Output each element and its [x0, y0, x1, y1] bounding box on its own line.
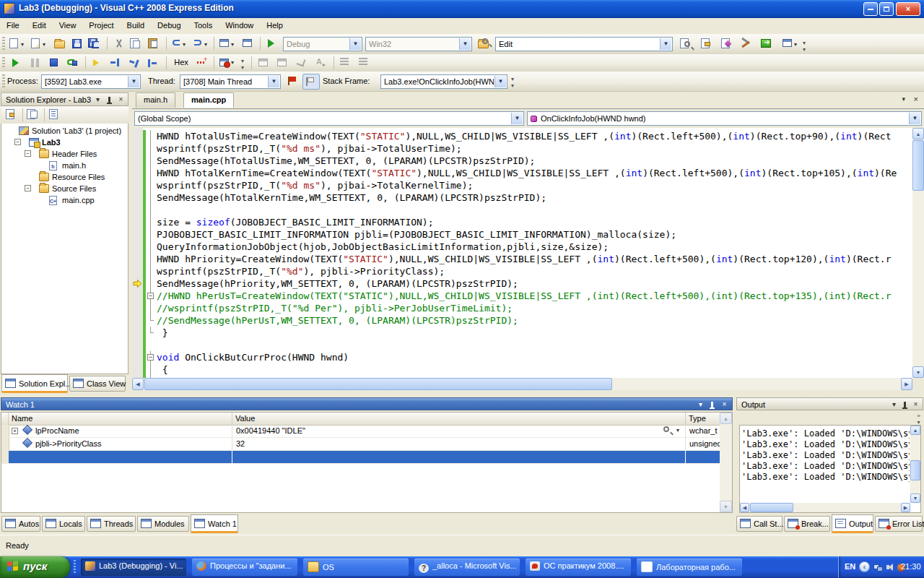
watch-value-cell[interactable]: 0x00419440 "IDLE"▾: [232, 425, 686, 437]
column-header-type[interactable]: Type: [686, 413, 720, 425]
clock[interactable]: 21:30: [901, 562, 921, 571]
object-browser-icon[interactable]: [719, 37, 735, 51]
tab-call-st-[interactable]: Call St...: [736, 516, 783, 532]
output-hscrollbar[interactable]: ◀ ▶: [740, 503, 910, 512]
fold-line[interactable]: [147, 339, 155, 351]
watch-value-cell[interactable]: [232, 451, 686, 463]
toolbar-overflow-icon[interactable]: »▾: [918, 413, 920, 426]
toolbar-grip[interactable]: [2, 37, 5, 51]
output-text[interactable]: 'Lab3.exe': Loaded 'D:\WINDOWS\sy'Lab3.e…: [741, 428, 910, 502]
watch-name-cell[interactable]: pjbli->PriorityClass: [9, 438, 232, 450]
watch-name-cell[interactable]: +lpProcName: [9, 425, 232, 437]
tab-break-[interactable]: Break...: [784, 516, 830, 532]
close-panel-icon[interactable]: ×: [116, 95, 126, 105]
menu-item-edit[interactable]: Edit: [26, 18, 53, 34]
fold-line[interactable]: [147, 228, 155, 241]
show-all-files-icon[interactable]: [25, 108, 41, 122]
menu-item-help[interactable]: Help: [260, 18, 289, 34]
toolbar-grip[interactable]: [2, 74, 5, 88]
stack-frame-combo[interactable]: Lab3.exe!OnClickInfoJob(HWND▼: [380, 74, 507, 89]
continue-icon[interactable]: [9, 56, 25, 70]
close-panel-icon[interactable]: ×: [719, 400, 730, 410]
hide-icons-chevron-icon[interactable]: ‹: [859, 561, 870, 572]
window-position-icon[interactable]: ▾: [695, 400, 706, 410]
watch-row[interactable]: [1, 451, 720, 464]
restart-icon[interactable]: [65, 56, 81, 70]
toolbox-icon[interactable]: [739, 37, 755, 51]
member-combo[interactable]: OnClickInfoJob(HWND hwnd)▼: [527, 111, 922, 126]
tree-item[interactable]: hmain.h: [1, 160, 128, 171]
tab-autos[interactable]: Autos: [1, 516, 40, 532]
platform-combo[interactable]: Win32▼: [365, 37, 472, 51]
find-in-files-icon[interactable]: [476, 37, 492, 51]
fold-collapse-icon[interactable]: −: [147, 351, 155, 363]
tree-item[interactable]: C+main.cpp: [1, 194, 128, 206]
taskbar-button-2[interactable]: Процессы и "задани...: [192, 558, 297, 576]
fold-line[interactable]: [147, 241, 155, 253]
solution-tree[interactable]: Solution 'Lab3' (1 project)−Lab3−Header …: [1, 124, 128, 374]
taskbar-button-1[interactable]: Lab3 (Debugging) - Vi...: [81, 558, 186, 576]
navigate-forward-icon[interactable]: [241, 37, 257, 51]
start-debugging-icon[interactable]: [264, 37, 280, 51]
collapse-icon[interactable]: −: [25, 185, 31, 191]
watch-grid[interactable]: Name Value Type +lpProcName0x00419440 "I…: [1, 412, 733, 513]
tree-item[interactable]: −Header Files: [1, 148, 128, 160]
tree-item[interactable]: Solution 'Lab3' (1 project): [1, 125, 128, 137]
fold-line[interactable]: [147, 204, 155, 216]
fold-line[interactable]: [147, 277, 155, 290]
navigate-backward-icon[interactable]: ▾: [218, 37, 234, 51]
output-window-icon[interactable]: ▾: [218, 56, 234, 70]
save-all-icon[interactable]: [87, 37, 103, 51]
watch-value-cell[interactable]: 32: [232, 438, 686, 450]
document-tab-main-cpp[interactable]: main.cpp: [183, 92, 234, 108]
fold-line[interactable]: [147, 155, 155, 167]
tab-watch-1[interactable]: Watch 1: [191, 514, 238, 533]
toolbar-overflow-icon[interactable]: ▾▾: [511, 76, 514, 89]
menu-item-file[interactable]: File: [0, 18, 26, 34]
complete-word-icon[interactable]: [295, 56, 310, 70]
thread-combo[interactable]: [3708] Main Thread▼: [180, 74, 281, 89]
watch-row[interactable]: pjbli->PriorityClass32unsigned: [1, 438, 720, 451]
toolbar-overflow-icon[interactable]: ▾▾: [241, 58, 244, 71]
save-icon[interactable]: [69, 37, 85, 51]
increase-indent-icon[interactable]: [357, 56, 372, 70]
fold-line[interactable]: [147, 363, 155, 376]
fold-line[interactable]: [147, 314, 155, 327]
start-button[interactable]: пуск: [0, 556, 70, 578]
tab-output[interactable]: Output: [832, 514, 873, 533]
taskbar-button-6[interactable]: Лабораторная рабо...: [637, 558, 742, 576]
fold-line[interactable]: [147, 167, 155, 179]
step-over-icon[interactable]: [127, 56, 143, 70]
fold-line[interactable]: [147, 327, 155, 339]
expand-icon[interactable]: +: [12, 428, 18, 434]
document-list-icon[interactable]: ▾: [902, 95, 905, 103]
tab-locals[interactable]: Locals: [42, 516, 85, 532]
tree-item[interactable]: −Source Files: [1, 183, 128, 194]
fold-line[interactable]: [147, 265, 155, 277]
language-indicator[interactable]: EN: [845, 562, 855, 571]
watch-vscrollbar[interactable]: ▲ ▼: [720, 413, 732, 512]
insert-snippet-icon[interactable]: [257, 56, 273, 70]
window-position-icon[interactable]: ▾: [889, 400, 899, 410]
watch-row[interactable]: +lpProcName0x00419440 "IDLE"▾wchar_t [: [1, 425, 720, 438]
menu-item-window[interactable]: Window: [219, 18, 260, 34]
menu-item-project[interactable]: Project: [82, 18, 120, 34]
editor-vscrollbar[interactable]: ▲ ▼: [912, 128, 924, 378]
menu-item-view[interactable]: View: [53, 18, 83, 34]
auto-hide-pin-icon[interactable]: [707, 400, 718, 410]
taskbar-button-4[interactable]: ?_alloca - Microsoft Vis...: [414, 558, 520, 576]
editor-hscrollbar[interactable]: ◀ ▶: [132, 378, 912, 390]
output-vscrollbar[interactable]: ▲ ▼: [910, 426, 920, 503]
network-tray-icon[interactable]: [873, 563, 883, 571]
process-combo[interactable]: [3592] Lab3.exe▼: [41, 74, 141, 89]
flag-threads-icon[interactable]: [285, 74, 301, 88]
taskbar-grip[interactable]: [74, 560, 76, 574]
properties-icon[interactable]: [4, 108, 19, 122]
menu-item-debug[interactable]: Debug: [151, 18, 187, 34]
decrease-indent-icon[interactable]: [338, 56, 354, 70]
tab-threads[interactable]: Threads: [87, 516, 136, 532]
menu-item-build[interactable]: Build: [121, 18, 151, 34]
find-combo[interactable]: Edit▼: [495, 37, 673, 51]
toolbar-grip[interactable]: [2, 57, 5, 69]
close-document-icon[interactable]: ×: [914, 95, 918, 103]
